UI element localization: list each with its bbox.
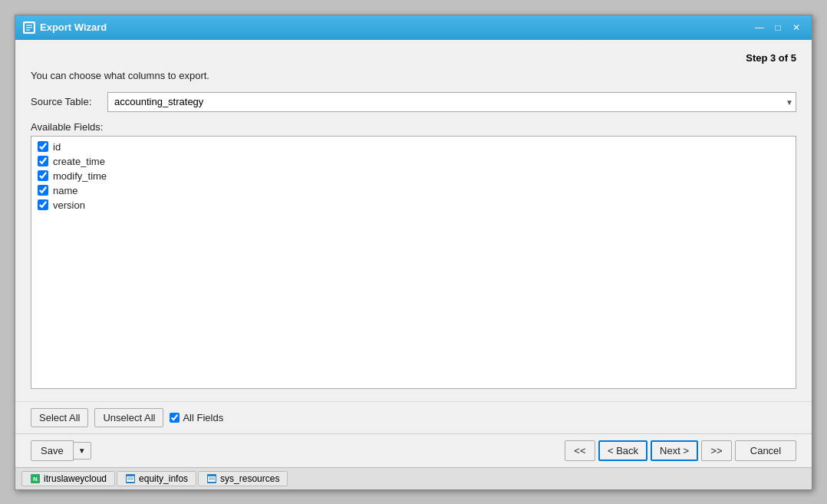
- save-button[interactable]: Save: [31, 440, 74, 461]
- content-area: Step 3 of 5 You can choose what columns …: [15, 40, 812, 401]
- all-fields-checkbox[interactable]: [170, 413, 180, 423]
- nav-next-button[interactable]: Next >: [651, 440, 698, 461]
- list-item: version: [31, 198, 796, 212]
- all-fields-text: All Fields: [183, 412, 223, 423]
- taskbar: N itruslaweycloud equity_infos sys_resou…: [15, 467, 812, 489]
- footer-save-area: Save ▼: [31, 440, 91, 461]
- taskbar-icon-2: [125, 473, 136, 484]
- taskbar-item-sys-resources[interactable]: sys_resources: [198, 471, 288, 486]
- field-checkbox-version[interactable]: [38, 199, 48, 210]
- taskbar-icon-1: N: [30, 473, 41, 484]
- description-text: You can choose what columns to export.: [31, 70, 796, 81]
- title-bar: Export Wizard — □ ✕: [15, 15, 812, 40]
- taskbar-item-itruslaweycloud[interactable]: N itruslaweycloud: [21, 471, 115, 486]
- list-item: modify_time: [31, 169, 796, 183]
- field-name-version: version: [53, 199, 85, 211]
- taskbar-label-3: sys_resources: [220, 473, 279, 484]
- save-dropdown-button[interactable]: ▼: [74, 442, 91, 460]
- field-checkbox-name[interactable]: [38, 185, 48, 196]
- close-button[interactable]: ✕: [789, 20, 804, 35]
- field-checkbox-id[interactable]: [38, 141, 48, 152]
- source-table-select-wrapper: accounting_strategy ▼: [107, 92, 796, 112]
- available-fields-label: Available Fields:: [31, 121, 796, 133]
- bottom-controls: Select All Unselect All All Fields: [15, 401, 812, 433]
- window-title: Export Wizard: [40, 21, 107, 33]
- svg-text:N: N: [33, 476, 38, 483]
- field-name-id: id: [53, 141, 61, 153]
- nav-last-button[interactable]: >>: [701, 440, 732, 461]
- minimize-button[interactable]: —: [752, 20, 767, 35]
- list-item: id: [31, 140, 796, 154]
- window-controls: — □ ✕: [752, 20, 804, 35]
- field-checkbox-create-time[interactable]: [38, 156, 48, 166]
- source-table-row: Source Table: accounting_strategy ▼: [31, 92, 796, 112]
- unselect-all-button[interactable]: Unselect All: [94, 408, 163, 427]
- field-name-modify-time: modify_time: [53, 170, 107, 182]
- taskbar-item-equity-infos[interactable]: equity_infos: [117, 471, 196, 486]
- svg-rect-11: [208, 476, 216, 482]
- maximize-button[interactable]: □: [770, 20, 786, 35]
- window-icon: [23, 21, 35, 34]
- title-bar-left: Export Wizard: [23, 21, 107, 34]
- taskbar-icon-3: [206, 473, 217, 484]
- all-fields-label[interactable]: All Fields: [170, 412, 223, 423]
- list-item: name: [31, 183, 796, 198]
- field-checkbox-modify-time[interactable]: [38, 170, 48, 181]
- select-all-button[interactable]: Select All: [31, 408, 88, 427]
- source-table-select[interactable]: accounting_strategy: [107, 92, 796, 112]
- cancel-button[interactable]: Cancel: [735, 440, 796, 461]
- nav-first-button[interactable]: <<: [565, 440, 595, 461]
- step-indicator: Step 3 of 5: [31, 52, 796, 64]
- footer-bar: Save ▼ << < Back Next > >> Cancel: [15, 433, 812, 467]
- field-name-create-time: create_time: [53, 156, 105, 167]
- fields-list: id create_time modify_time name version: [31, 136, 796, 389]
- taskbar-label-1: itruslaweycloud: [44, 473, 107, 484]
- source-table-label: Source Table:: [31, 96, 100, 107]
- list-item: create_time: [31, 154, 796, 169]
- export-wizard-window: Export Wizard — □ ✕ Step 3 of 5 You can …: [15, 15, 812, 490]
- field-name-name: name: [53, 185, 78, 196]
- footer-nav-area: << < Back Next > >> Cancel: [565, 440, 796, 461]
- nav-back-button[interactable]: < Back: [598, 440, 647, 461]
- svg-rect-7: [127, 476, 134, 482]
- taskbar-label-2: equity_infos: [139, 473, 188, 484]
